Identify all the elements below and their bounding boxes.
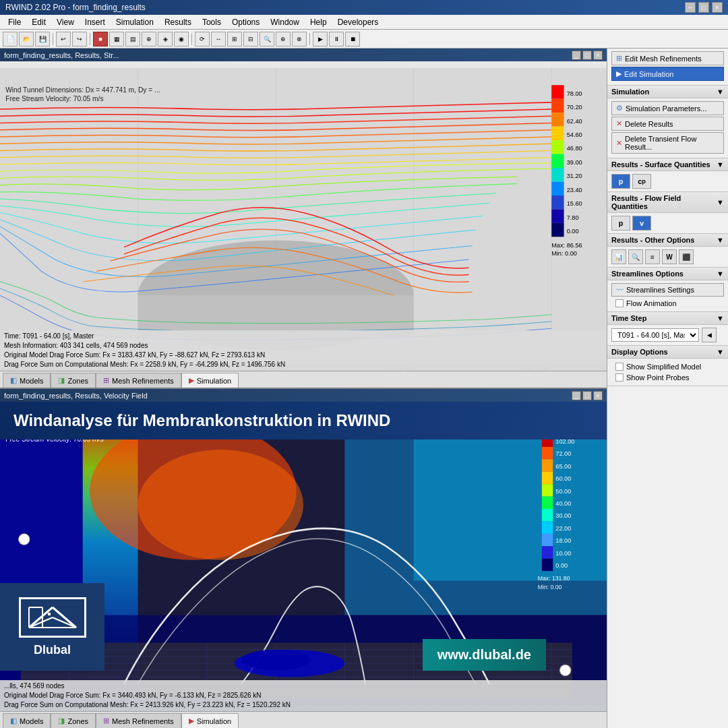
edit-sim-icon: ▶ — [616, 69, 621, 78]
export-icon-4[interactable]: W — [662, 249, 677, 264]
tb-btn-6[interactable]: ◉ — [174, 32, 189, 47]
maximize-btn[interactable]: □ — [698, 2, 709, 13]
export-icon-1[interactable]: 📊 — [611, 249, 626, 264]
simulation-content: ⚙ Simulation Parameters... ✕ Delete Resu… — [607, 98, 728, 158]
chevron-down-icon-7: ▼ — [717, 348, 724, 356]
svg-text:7.80: 7.80 — [567, 214, 579, 221]
time-step-select[interactable]: T091 - 64.00 [s], Master — [611, 328, 699, 342]
vp-top-restore[interactable]: _ — [572, 51, 581, 60]
surface-p-btn[interactable]: p — [611, 174, 630, 189]
tb-btn-13[interactable]: ⊗ — [292, 32, 307, 47]
tb-btn-12[interactable]: ⊕ — [276, 32, 291, 47]
export-icon-5[interactable]: ⬛ — [679, 249, 694, 264]
panel-surface-quantities: Results - Surface Quantities ▼ p cp — [607, 158, 728, 192]
show-simplified-model-checkbox[interactable] — [615, 363, 624, 371]
simulation-header[interactable]: Simulation ▼ — [607, 86, 728, 98]
viewport-bottom-title: form_finding_results, Results, Velocity … — [4, 392, 148, 400]
tb-btn-8[interactable]: ↔ — [211, 32, 226, 47]
tb-btn-4[interactable]: ⊕ — [142, 32, 156, 47]
delete-results-btn[interactable]: ✕ Delete Results — [611, 117, 724, 131]
time-step-header[interactable]: Time Step ▼ — [607, 312, 728, 325]
tab-bottom-zones[interactable]: ◨ Zones — [51, 713, 96, 728]
svg-rect-103 — [48, 613, 51, 615]
viewport-bottom: form_finding_results, Results, Velocity … — [0, 389, 607, 728]
tb-undo[interactable]: ↩ — [56, 32, 71, 47]
tab-top-models[interactable]: ◧ Models — [3, 373, 51, 388]
time-step-nav[interactable]: ◀ — [702, 328, 717, 342]
menu-results[interactable]: Results — [159, 16, 197, 28]
tab-bottom-mesh[interactable]: ⊞ Mesh Refinements — [96, 713, 181, 728]
tab-bar-bottom: ◧ Models ◨ Zones ⊞ Mesh Refinements ▶ Si… — [0, 711, 607, 728]
drag-info-bottom-2: Drag Force Sum on Computational Mesh: Fx… — [4, 700, 603, 710]
panel-simulation: Simulation ▼ ⚙ Simulation Parameters... … — [607, 86, 728, 158]
flow-v-btn[interactable]: v — [632, 216, 651, 231]
tb-btn-15[interactable]: ⏸ — [329, 32, 344, 47]
menu-help[interactable]: Help — [305, 16, 332, 28]
flow-p-btn[interactable]: p — [611, 216, 630, 231]
tb-new[interactable]: 📄 — [3, 32, 18, 47]
vp-top-max[interactable]: □ — [582, 51, 592, 60]
streamlines-icon: 〰 — [616, 286, 624, 294]
tab-top-mesh[interactable]: ⊞ Mesh Refinements — [96, 373, 181, 388]
flow-animation-checkbox[interactable] — [615, 299, 624, 307]
menu-window[interactable]: Window — [265, 16, 305, 28]
tb-btn-2[interactable]: ▦ — [109, 32, 124, 47]
tab-bottom-simulation[interactable]: ▶ Simulation — [181, 713, 239, 728]
tb-btn-16[interactable]: ⏹ — [345, 32, 360, 47]
minimize-btn[interactable]: − — [685, 2, 696, 13]
tb-save[interactable]: 💾 — [35, 32, 50, 47]
tb-btn-9[interactable]: ⊞ — [227, 32, 242, 47]
menu-edit[interactable]: Edit — [26, 16, 51, 28]
svg-text:10.00: 10.00 — [555, 550, 571, 557]
edit-sim-btn[interactable]: ▶ Edit Simulation — [611, 67, 724, 81]
tb-btn-7[interactable]: ⟳ — [195, 32, 210, 47]
vp-bottom-close[interactable]: × — [593, 391, 603, 400]
vp-bottom-restore[interactable]: _ — [572, 391, 581, 400]
export-icon-3[interactable]: ≡ — [645, 249, 660, 264]
menu-options[interactable]: Options — [226, 16, 265, 28]
svg-rect-11 — [551, 85, 564, 98]
svg-text:50.00: 50.00 — [555, 488, 571, 495]
tab-top-simulation[interactable]: ▶ Simulation — [181, 373, 239, 388]
export-icon-2[interactable]: 🔍 — [628, 249, 643, 264]
menu-insert[interactable]: Insert — [80, 16, 111, 28]
tab-bottom-models[interactable]: ◧ Models — [3, 713, 51, 728]
menu-file[interactable]: File — [3, 16, 26, 28]
content-area: form_finding_results, Results, Str... _ … — [0, 49, 728, 728]
tb-btn-11[interactable]: 🔍 — [260, 32, 274, 47]
tb-btn-10[interactable]: ⊟ — [243, 32, 258, 47]
show-point-probes-checkbox[interactable] — [615, 373, 624, 382]
other-options-header[interactable]: Results - Other Options ▼ — [607, 234, 728, 247]
surface-quantities-header[interactable]: Results - Surface Quantities ▼ — [607, 158, 728, 171]
edit-mesh-btn[interactable]: ⊞ Edit Mesh Refinements — [611, 51, 724, 65]
menu-view[interactable]: View — [51, 16, 80, 28]
svg-text:40.00: 40.00 — [555, 500, 571, 507]
close-btn[interactable]: × — [712, 2, 723, 13]
viewport-top-titlebar: form_finding_results, Results, Str... _ … — [0, 49, 607, 61]
tb-btn-1[interactable]: ■ — [93, 32, 108, 47]
dlubal-logo-box — [19, 597, 86, 638]
svg-rect-76 — [542, 559, 553, 571]
surface-cp-btn[interactable]: cp — [632, 174, 651, 189]
tb-btn-14[interactable]: ▶ — [313, 32, 328, 47]
sim-params-btn[interactable]: ⚙ Simulation Parameters... — [611, 101, 724, 115]
tb-btn-3[interactable]: ▤ — [125, 32, 140, 47]
flow-field-header[interactable]: Results - Flow Field Quantities ▼ — [607, 192, 728, 213]
delete-transient-btn[interactable]: ✕ Delete Transient Flow Result... — [611, 132, 724, 154]
vp-bottom-max[interactable]: □ — [582, 391, 592, 400]
streamlines-settings-btn[interactable]: 〰 Streamlines Settings — [611, 283, 724, 297]
viewport-bottom-titlebar: form_finding_results, Results, Velocity … — [0, 389, 607, 402]
menu-tools[interactable]: Tools — [197, 16, 226, 28]
tb-open[interactable]: 📂 — [19, 32, 34, 47]
tb-btn-5[interactable]: ◈ — [158, 32, 173, 47]
streamlines-header[interactable]: Streamlines Options ▼ — [607, 268, 728, 280]
menu-simulation[interactable]: Simulation — [111, 16, 159, 28]
vp-top-close[interactable]: × — [593, 51, 603, 60]
svg-rect-15 — [551, 140, 564, 154]
tb-redo[interactable]: ↪ — [72, 32, 87, 47]
display-options-header[interactable]: Display Options ▼ — [607, 346, 728, 359]
tab-top-zones[interactable]: ◨ Zones — [51, 373, 96, 388]
menu-developers[interactable]: Developers — [332, 16, 384, 28]
panel-other-options: Results - Other Options ▼ 📊 🔍 ≡ W ⬛ — [607, 234, 728, 268]
viewport-bottom-status: ...lls, 474 569 nodes Original Model Dra… — [0, 680, 607, 711]
